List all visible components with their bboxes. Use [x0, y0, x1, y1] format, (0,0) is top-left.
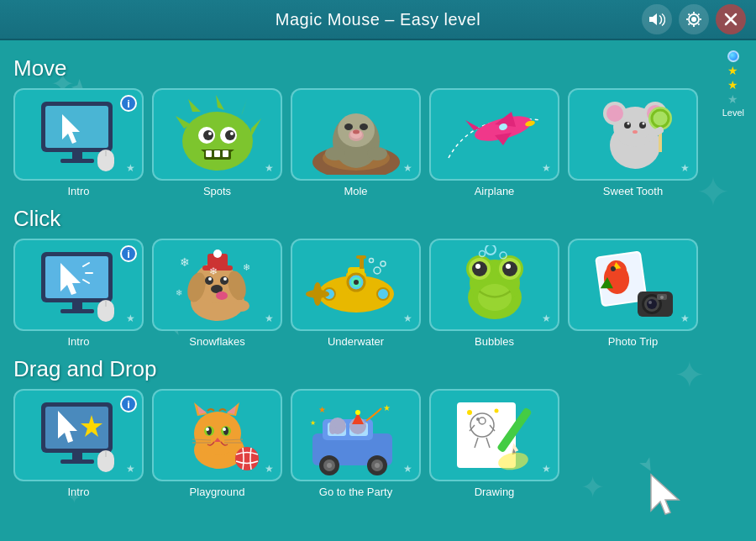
title-bar: Magic Mouse – Easy level: [0, 0, 756, 40]
item-drag-party-label: Go to the Party: [319, 486, 392, 498]
svg-point-22: [208, 132, 212, 135]
click-items-row: i ★: [13, 239, 743, 348]
item-drag-drawing[interactable]: ★ Drawing: [429, 389, 559, 498]
item-click-bubbles[interactable]: ★ Bubbles: [429, 239, 559, 348]
svg-point-102: [369, 258, 373, 262]
svg-point-78: [208, 277, 212, 281]
spots-icon: [167, 95, 268, 175]
svg-point-48: [606, 105, 623, 122]
svg-text:❄: ❄: [180, 255, 190, 269]
drag-intro-icon: [29, 398, 129, 472]
star-badge-airplane: ★: [542, 162, 551, 174]
svg-point-150: [223, 428, 226, 431]
svg-marker-17: [251, 118, 261, 137]
item-move-mole[interactable]: ★ Mole: [291, 88, 421, 197]
svg-point-23: [230, 132, 234, 135]
item-move-airplane-label: Airplane: [475, 185, 515, 197]
svg-text:★: ★: [383, 403, 391, 412]
item-drag-playground-label: Playground: [190, 486, 245, 498]
svg-point-171: [355, 410, 360, 415]
item-click-snowflakes-label: Snowflakes: [189, 335, 244, 348]
item-move-sweet-tooth[interactable]: ★ Sweet Tooth: [568, 88, 698, 197]
svg-point-110: [502, 261, 517, 276]
svg-text:❄: ❄: [209, 265, 218, 277]
item-click-intro[interactable]: i ★: [13, 239, 144, 348]
svg-point-113: [486, 245, 496, 255]
svg-point-93: [354, 280, 359, 285]
svg-point-12: [182, 112, 253, 171]
svg-point-73: [213, 249, 222, 258]
svg-point-130: [660, 296, 664, 299]
item-move-airplane[interactable]: ★ Airplane: [429, 88, 559, 197]
item-drag-drawing-label: Drawing: [475, 486, 515, 498]
svg-point-55: [633, 130, 638, 134]
item-drag-party[interactable]: ★ ★ ★ ★ Go to the Party: [291, 389, 421, 498]
svg-point-128: [648, 301, 652, 304]
svg-rect-66: [60, 309, 94, 313]
sound-button[interactable]: [642, 4, 672, 34]
svg-point-112: [506, 264, 511, 269]
svg-rect-26: [214, 150, 220, 157]
svg-point-37: [325, 147, 345, 160]
item-drag-playground[interactable]: ★ Playground: [152, 389, 282, 498]
item-click-underwater[interactable]: ★ Underwater: [291, 239, 421, 348]
settings-button[interactable]: [679, 4, 709, 34]
underwater-icon: [306, 245, 407, 325]
svg-point-95: [377, 288, 389, 300]
item-click-snowflakes[interactable]: ❄ ❄ ❄ ❄ ★ Snowflakes: [152, 239, 282, 348]
info-badge-drag-intro: i: [120, 396, 137, 412]
move-items-row: i ★: [13, 88, 743, 197]
item-move-mole-label: Mole: [344, 185, 367, 197]
svg-point-36: [353, 129, 360, 134]
drawing-icon: [444, 396, 545, 475]
svg-point-149: [206, 428, 209, 431]
svg-point-127: [647, 299, 657, 309]
svg-point-166: [375, 463, 380, 468]
window-controls: [642, 4, 746, 34]
snowflakes-icon: ❄ ❄ ❄ ❄: [167, 245, 268, 325]
svg-point-109: [472, 261, 487, 276]
item-click-photo-trip-label: Photo Trip: [608, 335, 658, 348]
item-move-intro-label: Intro: [67, 185, 89, 197]
mole-icon: [306, 95, 407, 175]
drag-items-row: i ★ Intro: [13, 389, 743, 498]
section-click: Click i: [13, 206, 743, 348]
svg-point-140: [194, 412, 241, 455]
star-badge-drawing: ★: [542, 463, 551, 475]
svg-rect-9: [60, 159, 94, 163]
svg-point-38: [367, 147, 387, 160]
close-button[interactable]: [716, 4, 746, 34]
svg-point-111: [475, 264, 480, 269]
star-badge-photo-trip: ★: [680, 313, 690, 324]
svg-point-156: [235, 447, 259, 470]
svg-rect-65: [72, 302, 82, 309]
section-drag-drop-title: Drag and Drop: [13, 356, 743, 382]
svg-point-178: [476, 418, 480, 421]
svg-marker-15: [216, 95, 224, 110]
playground-icon: [167, 396, 268, 475]
sweet-tooth-icon: [583, 95, 684, 175]
item-move-intro[interactable]: i ★: [13, 88, 144, 197]
star-badge-move-intro: ★: [126, 162, 135, 174]
click-intro-icon: [29, 248, 129, 322]
svg-rect-136: [60, 460, 94, 464]
svg-text:❄: ❄: [176, 288, 182, 297]
svg-point-32: [344, 123, 353, 130]
svg-point-82: [216, 292, 228, 300]
star-badge-party: ★: [403, 463, 412, 475]
svg-rect-98: [360, 257, 364, 269]
item-click-bubbles-label: Bubbles: [475, 335, 514, 348]
item-click-photo-trip[interactable]: ★ Photo Trip: [568, 239, 698, 348]
svg-point-183: [467, 410, 472, 415]
info-badge-move-intro: i: [120, 95, 137, 112]
svg-point-97: [306, 290, 329, 298]
svg-point-21: [225, 130, 235, 140]
svg-rect-27: [223, 150, 228, 157]
svg-point-116: [478, 284, 512, 311]
item-drag-intro[interactable]: i ★ Intro: [13, 389, 144, 498]
item-move-spots[interactable]: ★ Spots: [152, 88, 282, 197]
item-click-intro-label: Intro: [67, 335, 89, 348]
svg-rect-135: [72, 453, 82, 460]
svg-point-184: [494, 408, 498, 412]
svg-point-168: [329, 424, 336, 434]
